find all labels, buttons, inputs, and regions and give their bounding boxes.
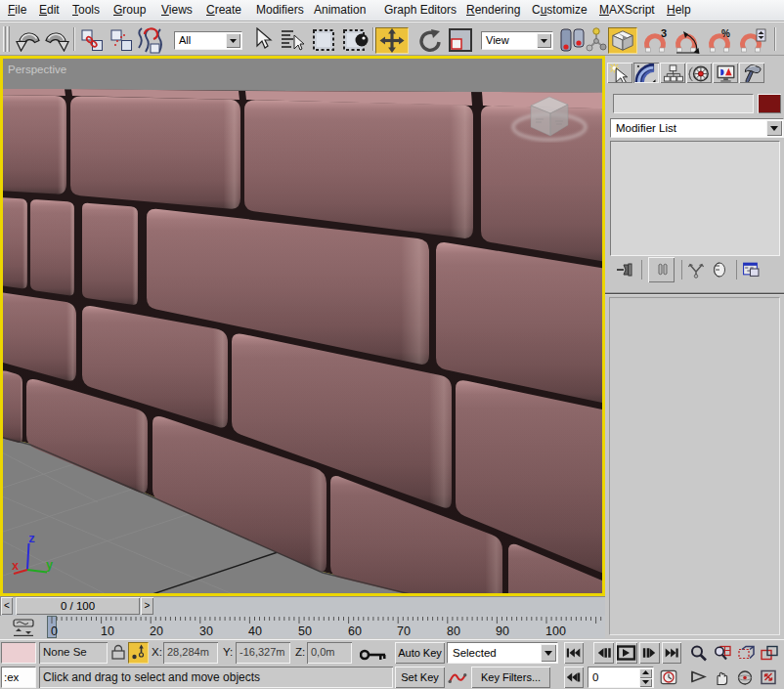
svg-text:80: 80 bbox=[447, 624, 460, 638]
svg-text:0: 0 bbox=[51, 624, 58, 638]
svg-text:40: 40 bbox=[248, 624, 262, 638]
svg-text:3: 3 bbox=[661, 27, 667, 39]
svg-text:%: % bbox=[721, 28, 730, 39]
svg-text:90: 90 bbox=[496, 624, 509, 638]
svg-text:50: 50 bbox=[298, 624, 312, 638]
svg-text:70: 70 bbox=[397, 624, 411, 638]
svg-text:60: 60 bbox=[348, 624, 362, 638]
svg-text:10: 10 bbox=[101, 624, 114, 638]
svg-text:30: 30 bbox=[199, 624, 213, 638]
svg-text:Perspective: Perspective bbox=[8, 64, 66, 75]
svg-text:z: z bbox=[28, 533, 35, 546]
svg-text:100: 100 bbox=[545, 624, 566, 638]
svg-text:x: x bbox=[12, 560, 19, 574]
svg-text:20: 20 bbox=[150, 624, 163, 638]
svg-text:y: y bbox=[46, 559, 53, 573]
